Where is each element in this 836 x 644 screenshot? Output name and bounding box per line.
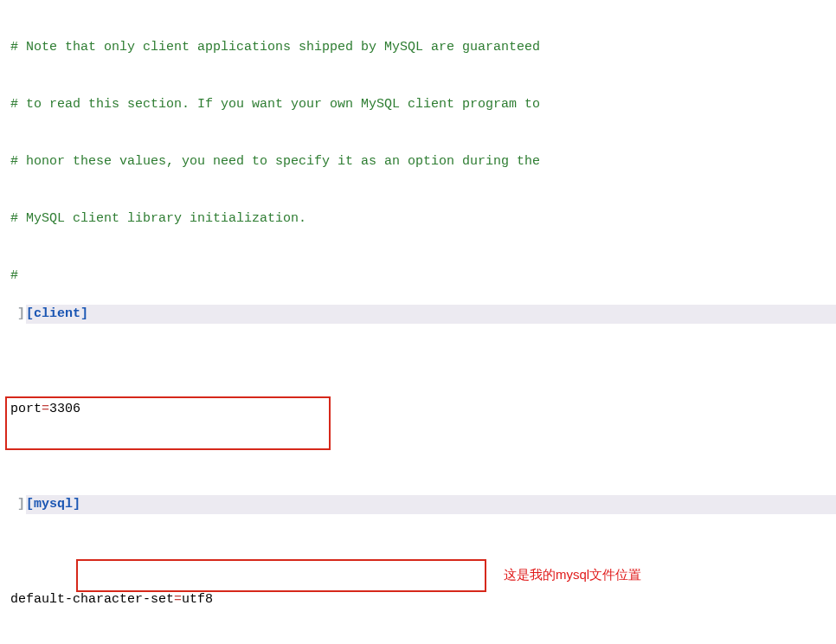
blank-line — [10, 533, 836, 552]
blank-line — [10, 343, 836, 362]
setting-charset: default-character-set=utf8 — [10, 590, 836, 609]
comment-line: # honor these values, you need to specif… — [10, 152, 836, 171]
annotation-text: 这是我的mysql文件位置 — [504, 565, 641, 584]
comment-line: # — [10, 267, 836, 286]
highlight-box-basedir — [76, 559, 486, 592]
comment-line: # Note that only client applications shi… — [10, 38, 836, 57]
section-mysql: ][mysql] — [26, 495, 836, 514]
highlight-box-mysqld — [5, 396, 331, 450]
code-editor: # Note that only client applications shi… — [0, 0, 836, 644]
blank-line — [10, 457, 836, 476]
comment-line: # to read this section. If you want your… — [10, 95, 836, 114]
section-client: ][client] — [26, 305, 836, 324]
comment-line: # MySQL client library initialization. — [10, 209, 836, 229]
